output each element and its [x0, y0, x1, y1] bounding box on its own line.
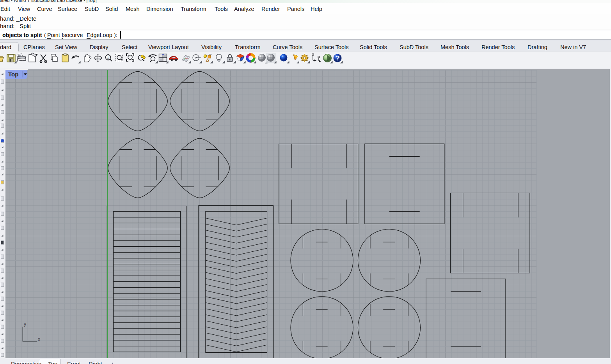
svg-text:y: y — [24, 321, 27, 327]
svg-text:Top: Top — [8, 71, 18, 78]
svg-text:x: x — [38, 336, 41, 342]
svg-text:?: ? — [336, 55, 339, 62]
svg-text:±: ± — [107, 55, 109, 59]
